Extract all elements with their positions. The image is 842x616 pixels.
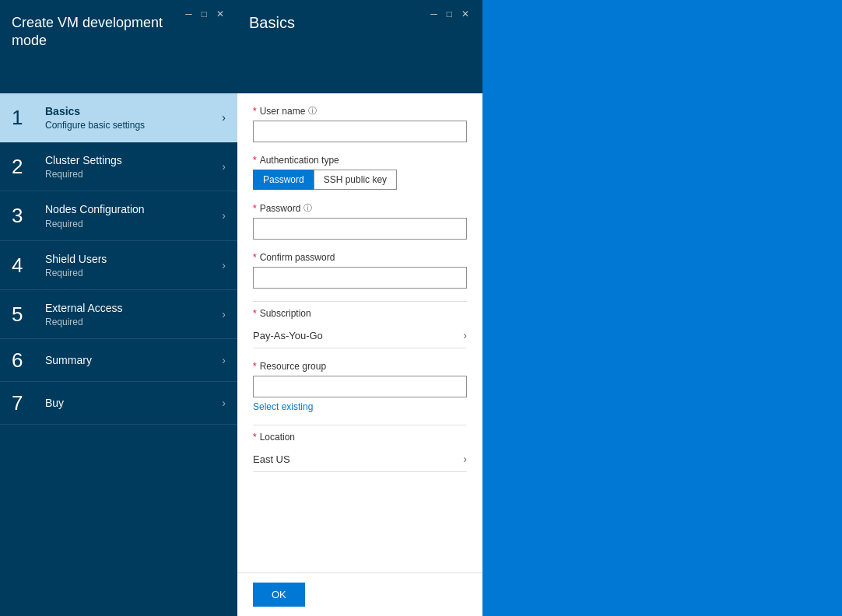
select-existing-link[interactable]: Select existing bbox=[253, 401, 467, 412]
user-name-label-text: User name bbox=[260, 106, 306, 117]
nav-item-nodes-config[interactable]: 3 Nodes Configuration Required › bbox=[0, 191, 237, 240]
divider-1 bbox=[253, 301, 467, 302]
left-panel-header: Create VM development mode ─ □ ✕ bbox=[0, 0, 237, 93]
close-button-right[interactable]: ✕ bbox=[460, 9, 471, 19]
nav-number-5: 5 bbox=[12, 304, 39, 324]
password-label-text: Password bbox=[260, 203, 301, 214]
nav-item-shield-users[interactable]: 4 Shield Users Required › bbox=[0, 241, 237, 290]
nav-subtitle-external: Required bbox=[45, 317, 222, 327]
info-icon-password[interactable]: ⓘ bbox=[303, 202, 312, 214]
user-name-group: * User name ⓘ bbox=[253, 105, 467, 142]
password-label: * Password ⓘ bbox=[253, 202, 467, 214]
nav-text-summary: Summary bbox=[45, 353, 222, 367]
nav-title-external: External Access bbox=[45, 301, 222, 315]
required-star-resource: * bbox=[253, 361, 257, 372]
bottom-bar: OK bbox=[237, 572, 482, 616]
maximize-button-right[interactable]: □ bbox=[445, 9, 454, 19]
nav-items: 1 Basics Configure basic settings › 2 Cl… bbox=[0, 93, 237, 616]
nav-number-7: 7 bbox=[12, 393, 39, 413]
form-content: * User name ⓘ * Authentication type Pass… bbox=[237, 93, 482, 572]
close-button-left[interactable]: ✕ bbox=[215, 9, 226, 19]
user-name-label: * User name ⓘ bbox=[253, 105, 467, 117]
nav-chevron-2: › bbox=[222, 160, 226, 173]
auth-type-buttons: Password SSH public key bbox=[253, 170, 467, 190]
subscription-group: * Subscription Pay-As-You-Go › bbox=[253, 308, 467, 348]
resource-group-input[interactable] bbox=[253, 376, 467, 397]
resource-group-group: * Resource group Select existing bbox=[253, 361, 467, 412]
nav-item-buy[interactable]: 7 Buy › bbox=[0, 382, 237, 425]
auth-type-label: * Authentication type bbox=[253, 155, 467, 166]
confirm-password-label-text: Confirm password bbox=[260, 252, 335, 263]
middle-panel-header: Basics ─ □ ✕ bbox=[237, 0, 482, 93]
nav-chevron-6: › bbox=[222, 354, 226, 366]
minimize-button-left[interactable]: ─ bbox=[184, 9, 194, 19]
nav-chevron-5: › bbox=[222, 308, 226, 320]
nav-title-summary: Summary bbox=[45, 353, 222, 367]
nav-title-shield: Shield Users bbox=[45, 252, 222, 266]
nav-title-cluster: Cluster Settings bbox=[45, 153, 222, 167]
right-panel bbox=[482, 0, 842, 616]
nav-number-2: 2 bbox=[12, 156, 39, 177]
subscription-label: * Subscription bbox=[253, 308, 467, 319]
resource-group-label-text: Resource group bbox=[260, 361, 326, 372]
required-star-auth: * bbox=[253, 155, 257, 166]
nav-subtitle-cluster: Required bbox=[45, 169, 222, 180]
middle-panel-title: Basics bbox=[249, 14, 295, 32]
ok-button[interactable]: OK bbox=[253, 583, 305, 607]
password-group: * Password ⓘ bbox=[253, 202, 467, 240]
middle-panel: Basics ─ □ ✕ * User name ⓘ * Authenticat… bbox=[237, 0, 482, 616]
resource-group-label: * Resource group bbox=[253, 361, 467, 372]
nav-title-basics: Basics bbox=[45, 104, 222, 118]
subscription-label-text: Subscription bbox=[260, 308, 311, 319]
nav-title-nodes: Nodes Configuration bbox=[45, 202, 222, 216]
nav-number-3: 3 bbox=[12, 205, 39, 226]
window-controls-right: ─ □ ✕ bbox=[429, 9, 471, 19]
nav-text-basics: Basics Configure basic settings bbox=[45, 104, 222, 131]
location-label-text: Location bbox=[260, 432, 295, 443]
confirm-password-input[interactable] bbox=[253, 267, 467, 289]
confirm-password-group: * Confirm password bbox=[253, 252, 467, 289]
nav-item-basics[interactable]: 1 Basics Configure basic settings › bbox=[0, 93, 237, 142]
location-label: * Location bbox=[253, 432, 467, 443]
window-controls-left: ─ □ ✕ bbox=[184, 9, 226, 19]
user-name-input[interactable] bbox=[253, 121, 467, 142]
ssh-auth-button[interactable]: SSH public key bbox=[314, 170, 397, 190]
location-chevron-icon: › bbox=[463, 453, 467, 465]
auth-type-label-text: Authentication type bbox=[260, 155, 339, 166]
nav-text-buy: Buy bbox=[45, 396, 222, 410]
location-value: East US bbox=[253, 453, 290, 465]
minimize-button-right[interactable]: ─ bbox=[429, 9, 439, 19]
nav-text-cluster: Cluster Settings Required bbox=[45, 153, 222, 180]
nav-text-shield: Shield Users Required bbox=[45, 252, 222, 278]
password-input[interactable] bbox=[253, 218, 467, 240]
nav-text-external: External Access Required bbox=[45, 301, 222, 327]
info-icon-username[interactable]: ⓘ bbox=[308, 105, 317, 117]
nav-chevron-3: › bbox=[222, 209, 226, 222]
nav-subtitle-nodes: Required bbox=[45, 219, 222, 229]
maximize-button-left[interactable]: □ bbox=[200, 9, 209, 19]
confirm-password-label: * Confirm password bbox=[253, 252, 467, 263]
nav-chevron-4: › bbox=[222, 259, 226, 271]
nav-chevron-7: › bbox=[222, 397, 226, 409]
nav-title-buy: Buy bbox=[45, 396, 222, 410]
left-panel-title: Create VM development mode bbox=[12, 14, 184, 51]
nav-number-4: 4 bbox=[12, 255, 39, 275]
password-auth-button[interactable]: Password bbox=[253, 170, 314, 190]
nav-text-nodes: Nodes Configuration Required bbox=[45, 202, 222, 229]
location-selector[interactable]: East US › bbox=[253, 446, 467, 472]
location-group: * Location East US › bbox=[253, 432, 467, 472]
divider-2 bbox=[253, 425, 467, 425]
subscription-chevron-icon: › bbox=[463, 329, 467, 341]
required-star-subscription: * bbox=[253, 308, 257, 319]
required-star-confirm: * bbox=[253, 252, 257, 263]
nav-number-1: 1 bbox=[12, 107, 39, 128]
nav-item-external-access[interactable]: 5 External Access Required › bbox=[0, 290, 237, 339]
nav-item-cluster-settings[interactable]: 2 Cluster Settings Required › bbox=[0, 142, 237, 191]
required-star-password: * bbox=[253, 203, 257, 214]
nav-subtitle-shield: Required bbox=[45, 268, 222, 278]
nav-item-summary[interactable]: 6 Summary › bbox=[0, 339, 237, 382]
required-star-username: * bbox=[253, 106, 257, 117]
auth-type-group: * Authentication type Password SSH publi… bbox=[253, 155, 467, 190]
left-panel: Create VM development mode ─ □ ✕ 1 Basic… bbox=[0, 0, 237, 616]
subscription-selector[interactable]: Pay-As-You-Go › bbox=[253, 323, 467, 348]
